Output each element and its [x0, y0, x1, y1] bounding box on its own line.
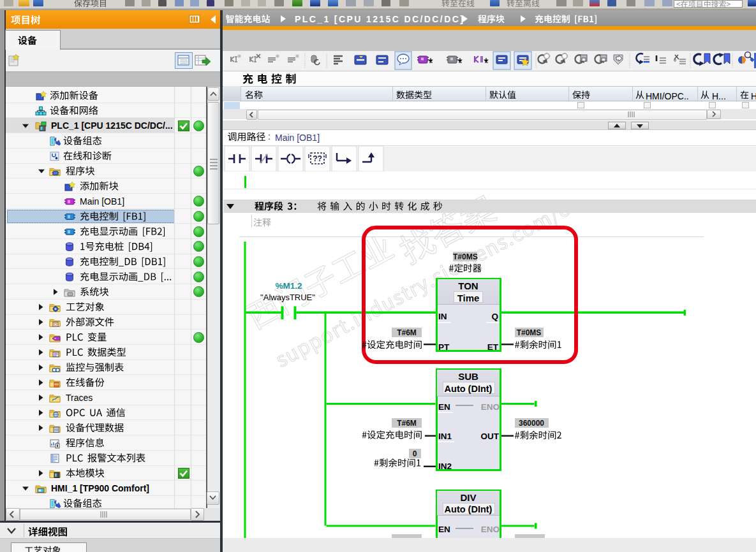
svg-text:??: ??: [313, 154, 322, 163]
